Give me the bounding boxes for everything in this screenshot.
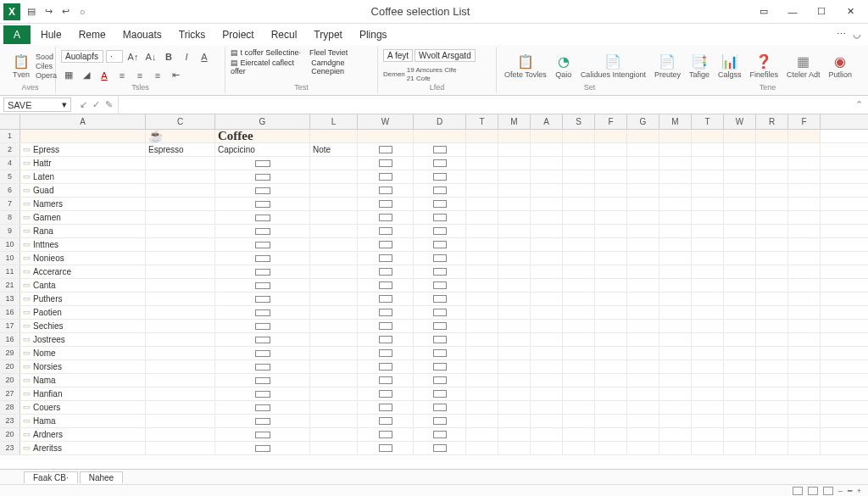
cell[interactable] <box>627 347 659 359</box>
cell[interactable] <box>146 279 215 292</box>
cell[interactable] <box>563 198 595 210</box>
cell[interactable] <box>498 184 531 197</box>
cell[interactable] <box>788 279 821 292</box>
row-header[interactable]: 11 <box>0 265 20 278</box>
cell[interactable] <box>788 252 821 265</box>
cell[interactable] <box>659 225 692 237</box>
cell[interactable] <box>595 143 627 156</box>
cell[interactable]: ▭Gamen <box>20 211 146 224</box>
cell[interactable] <box>310 320 358 332</box>
checkbox[interactable] <box>255 364 270 371</box>
cell[interactable] <box>498 143 531 156</box>
cell[interactable] <box>788 170 821 183</box>
cell[interactable] <box>466 143 498 156</box>
cell[interactable] <box>146 320 215 332</box>
cell[interactable] <box>466 211 498 224</box>
cell[interactable] <box>358 347 414 359</box>
cell[interactable] <box>692 306 724 319</box>
cell[interactable] <box>595 306 627 319</box>
cell[interactable] <box>466 184 498 197</box>
cell[interactable]: ▭Laten <box>20 170 146 183</box>
row-header[interactable]: 23 <box>0 442 20 454</box>
cell[interactable] <box>788 360 821 373</box>
row-header[interactable]: 5 <box>0 170 20 183</box>
checkbox[interactable] <box>255 391 270 398</box>
cell[interactable] <box>414 374 466 387</box>
cell[interactable] <box>692 170 724 183</box>
cell[interactable] <box>414 157 466 170</box>
zoom-out-icon[interactable]: – <box>838 487 843 495</box>
view-break-icon[interactable] <box>823 487 833 495</box>
row-header[interactable]: 17 <box>0 320 20 332</box>
calidues-button[interactable]: 📄Calidues Intengiont <box>578 53 648 79</box>
cell[interactable] <box>310 306 358 319</box>
cell[interactable] <box>310 387 358 400</box>
maximize-button[interactable]: ☐ <box>810 3 832 20</box>
column-header[interactable]: W <box>358 114 414 129</box>
cell[interactable]: Espresso <box>146 143 215 156</box>
cell[interactable] <box>659 198 692 210</box>
cell[interactable] <box>310 265 358 278</box>
cell[interactable] <box>724 293 756 305</box>
row-header[interactable]: 10 <box>0 238 20 251</box>
cell[interactable] <box>466 428 498 441</box>
cell[interactable] <box>756 293 788 305</box>
checkbox[interactable] <box>379 417 392 425</box>
cell[interactable] <box>310 252 358 265</box>
cell[interactable] <box>146 170 215 183</box>
paste-button[interactable]: 📋 Tven <box>10 53 32 79</box>
cell[interactable] <box>215 347 310 359</box>
cell[interactable] <box>724 130 756 142</box>
cell[interactable] <box>215 293 310 305</box>
cell[interactable] <box>724 401 756 414</box>
row-header[interactable]: 27 <box>0 387 20 400</box>
cell[interactable] <box>358 130 414 142</box>
cell[interactable] <box>756 320 788 332</box>
column-header[interactable]: F <box>788 114 821 129</box>
checkbox[interactable] <box>433 295 447 303</box>
qat-undo-icon[interactable]: ↩ <box>59 6 71 18</box>
cell[interactable] <box>146 428 215 441</box>
cell[interactable] <box>358 306 414 319</box>
cell[interactable] <box>531 320 563 332</box>
checkbox[interactable] <box>255 350 270 357</box>
cell[interactable] <box>692 360 724 373</box>
ribbon-tab[interactable]: Maouats <box>114 25 170 44</box>
cell[interactable] <box>358 401 414 414</box>
cell[interactable] <box>659 143 692 156</box>
cell[interactable] <box>215 428 310 441</box>
checkbox[interactable] <box>379 146 392 153</box>
cteler-button[interactable]: ▦Cteler Adt <box>784 53 823 79</box>
cell[interactable] <box>692 347 724 359</box>
cell[interactable] <box>310 360 358 373</box>
cell[interactable] <box>498 333 531 346</box>
cell[interactable] <box>756 347 788 359</box>
cell[interactable] <box>358 198 414 210</box>
cell[interactable] <box>692 293 724 305</box>
decrease-font-icon[interactable]: A↓ <box>143 49 159 64</box>
cell[interactable] <box>498 225 531 237</box>
cell[interactable] <box>563 252 595 265</box>
cell[interactable] <box>724 184 756 197</box>
checkbox[interactable] <box>433 241 447 248</box>
checkbox[interactable] <box>433 417 447 425</box>
cell[interactable] <box>498 428 531 441</box>
cell[interactable] <box>756 360 788 373</box>
cell[interactable] <box>215 360 310 373</box>
row-header[interactable]: 29 <box>0 347 20 359</box>
cell[interactable] <box>358 374 414 387</box>
cell[interactable] <box>756 143 788 156</box>
cell[interactable]: ▭Puthers <box>20 293 146 305</box>
cell[interactable] <box>724 225 756 237</box>
cell[interactable] <box>310 225 358 237</box>
checkbox[interactable] <box>433 159 447 167</box>
cell[interactable] <box>498 293 531 305</box>
cell[interactable] <box>310 374 358 387</box>
cell[interactable] <box>788 320 821 332</box>
cell[interactable] <box>414 198 466 210</box>
checkbox[interactable] <box>433 404 447 411</box>
checkbox[interactable] <box>255 296 270 303</box>
cell[interactable] <box>756 415 788 427</box>
cell[interactable] <box>531 157 563 170</box>
checkbox[interactable] <box>433 376 447 384</box>
